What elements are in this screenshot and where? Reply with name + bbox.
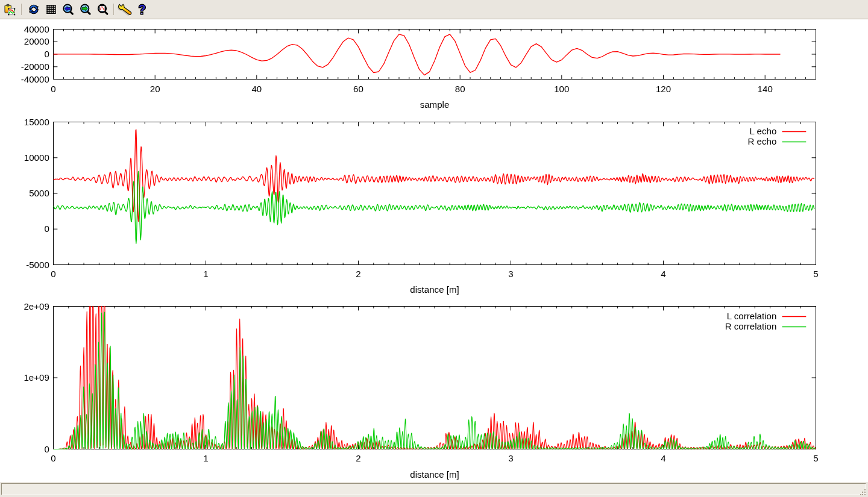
svg-text:L correlation: L correlation [727,311,777,321]
svg-text:3: 3 [508,269,513,279]
svg-text:1: 1 [203,269,208,279]
svg-text:4: 4 [661,269,665,279]
svg-text:0: 0 [51,269,55,279]
svg-text:20: 20 [150,84,160,94]
svg-text:distance [m]: distance [m] [410,469,459,480]
svg-text:0: 0 [44,444,49,454]
svg-text:2: 2 [356,269,360,279]
svg-text:1e+09: 1e+09 [24,372,49,383]
svg-text:140: 140 [758,84,773,94]
svg-text:4: 4 [661,453,665,463]
svg-text:R correlation: R correlation [725,321,777,331]
svg-text:distance [m]: distance [m] [410,284,459,295]
svg-text:120: 120 [656,84,671,94]
svg-text:0: 0 [44,223,49,234]
svg-text:40000: 40000 [24,24,49,34]
svg-text:2: 2 [356,453,360,463]
svg-text:0: 0 [51,453,55,463]
svg-text:5: 5 [813,453,818,463]
svg-text:L echo: L echo [750,126,777,136]
svg-text:2e+09: 2e+09 [24,301,49,311]
svg-text:3: 3 [508,453,513,463]
svg-text:5: 5 [813,269,818,279]
svg-text:80: 80 [455,84,465,94]
svg-text:0: 0 [44,49,49,59]
svg-text:100: 100 [554,84,569,94]
svg-text:15000: 15000 [24,117,49,127]
svg-text:-40000: -40000 [21,74,49,84]
svg-text:20000: 20000 [24,36,49,46]
svg-text:-20000: -20000 [21,61,49,72]
svg-text:R echo: R echo [747,136,776,146]
svg-text:1: 1 [203,453,208,463]
svg-text:60: 60 [353,84,363,94]
svg-text:0: 0 [51,84,55,94]
svg-text:5000: 5000 [29,188,49,198]
svg-text:10000: 10000 [24,152,49,163]
svg-text:-5000: -5000 [26,260,49,270]
svg-text:sample: sample [420,99,450,110]
svg-text:40: 40 [251,84,262,94]
